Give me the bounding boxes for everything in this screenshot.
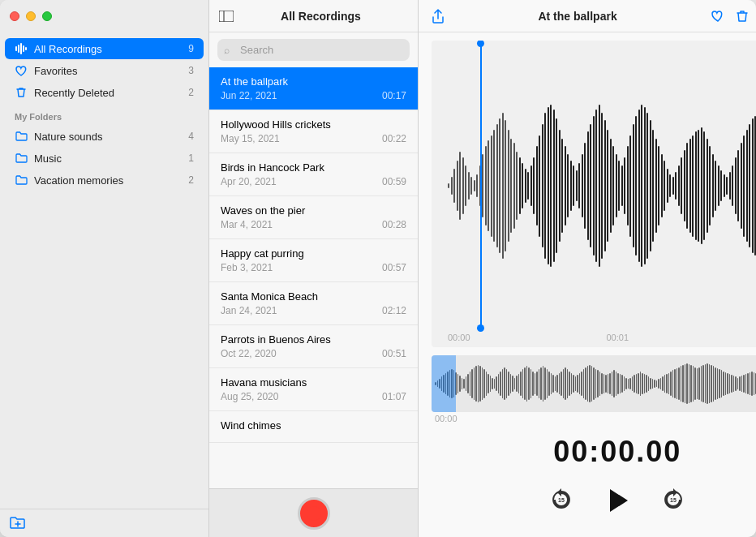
share-button[interactable] [432,9,445,24]
middle-panel-title: All Recordings [234,10,408,23]
mini-waveform-bar [715,367,716,400]
waveform-bar [686,143,688,229]
mini-waveform-bar [697,368,698,399]
maximize-button[interactable] [42,11,52,21]
sidebar-nav: All Recordings 9 Favorites 3 Rec [0,32,208,509]
record-button[interactable] [298,497,330,530]
sidebar-item-nature-sounds[interactable]: Nature sounds 4 [5,126,204,147]
mini-waveform-bar [539,369,540,399]
close-button[interactable] [10,11,19,21]
sidebar-item-all-recordings[interactable]: All Recordings 9 [5,38,204,59]
mini-waveform-bar [660,378,662,389]
skip-forward-button[interactable]: 15 [659,486,688,515]
waveform-bar [570,161,572,210]
recordings-list-panel: All Recordings ⌕ At the ballpark Jun 22,… [209,0,419,537]
waveform-bar [684,150,685,222]
mini-waveform-bar [486,372,488,397]
waveform-bar [533,157,535,213]
sidebar-item-all-recordings-count: 9 [188,43,194,54]
play-button[interactable] [600,483,634,518]
waveform-bar [612,146,614,225]
waveform-bar [664,161,665,210]
recording-item-waves-on-the-pier[interactable]: Waves on the pier Mar 4, 2021 00:28 [209,196,418,239]
recording-item-birds-in-hancock-park[interactable]: Birds in Hancock Park Apr 20, 2021 00:59 [209,153,418,196]
main-waveform[interactable]: 00:00 00:01 00:02 [432,41,756,347]
waveform-bar [527,172,529,199]
recording-duration: 00:22 [382,133,406,144]
waveform-bar [701,127,702,244]
sidebar-item-recently-deleted[interactable]: Recently Deleted 2 [5,82,204,103]
waveform-bar [650,120,651,251]
minimize-button[interactable] [26,11,36,21]
mini-waveform-bar [725,372,727,396]
skip-back-button[interactable]: 15 [547,486,576,515]
recording-item-santa-monica-beach[interactable]: Santa Monica Beach Jan 24, 2021 02:12 [209,282,418,325]
waveform-bar [470,177,472,195]
waveform-bar [548,107,549,264]
mini-waveform-bar [581,372,582,397]
mini-waveform-bar [479,366,481,401]
waveform-bar [525,169,526,203]
new-folder-button[interactable] [10,516,26,531]
waveform-bar [667,169,668,203]
mini-waveform-bar [474,367,475,400]
mini-waveform-bar [739,376,741,390]
waveform-bar [536,146,538,225]
recording-date: Feb 3, 2021 [221,262,273,273]
mini-waveform[interactable] [432,355,756,412]
mini-waveform-bar [727,373,728,395]
recording-item-parrots-in-buenos-aires[interactable]: Parrots in Buenos Aires Oct 22, 2020 00:… [209,325,418,368]
mini-waveform-bar [571,373,573,395]
search-input[interactable] [217,39,410,61]
recording-date: Mar 4, 2021 [221,219,273,230]
recording-item-at-the-ballpark[interactable]: At the ballpark Jun 22, 2021 00:17 [209,67,418,110]
time-display: 00:00.00 [432,432,756,475]
sidebar-item-music[interactable]: Music 1 [5,148,204,169]
svg-rect-0 [15,46,17,51]
favorite-button[interactable] [711,10,725,23]
waveform-bar [641,105,642,267]
waveform-bar [593,116,595,256]
mini-waveform-bar [500,372,501,397]
waveform-canvas [432,41,756,331]
waveform-bar [485,146,487,225]
waveform-bar [720,170,722,202]
mini-waveform-bar [664,375,666,392]
mini-waveform-bar [585,367,586,400]
folder-icon-music [15,152,28,165]
sidebar-toggle-button[interactable] [219,11,234,22]
heart-icon [15,64,28,77]
waveform-bar [457,161,458,210]
waveform-bar [672,177,674,195]
waveform-bar [573,165,574,206]
mini-waveform-bar [693,366,694,401]
recording-item-havana-musicians[interactable]: Havana musicians Aug 25, 2020 01:07 [209,368,418,411]
mini-waveform-bar [577,375,578,392]
mini-waveform-bar [547,369,548,399]
mini-waveform-bar [686,363,688,404]
sidebar-item-nature-sounds-count: 4 [188,131,194,142]
mini-waveform-bar [595,369,597,399]
mini-waveform-bar [591,366,593,401]
recording-item-hollywood-hills-crickets[interactable]: Hollywood Hills crickets May 15, 2021 00… [209,110,418,153]
mini-waveform-bar [514,378,516,389]
mini-waveform-bar [498,374,500,393]
mini-waveform-bar [743,375,745,392]
sidebar-item-favorites[interactable]: Favorites 3 [5,60,204,81]
waveform-bar [496,124,498,248]
waveform-bar [582,154,583,217]
sidebar-footer [0,509,208,537]
delete-button[interactable] [737,10,748,23]
waveform-bar [493,130,495,243]
mini-waveform-bar [650,378,651,389]
sidebar-item-vacation-memories[interactable]: Vacation memories 2 [5,170,204,191]
recording-item-happy-cat-purring[interactable]: Happy cat purring Feb 3, 2021 00:57 [209,239,418,282]
recording-name: Waves on the pier [221,204,406,217]
mini-waveform-bar [552,375,554,392]
mini-waveform-bar [694,367,696,400]
mini-waveform-bar [556,375,558,392]
mini-waveform-bar [707,363,708,404]
recording-item-wind-chimes[interactable]: Wind chimes [209,411,418,443]
detail-header: At the ballpark [419,0,756,32]
middle-panel-header: All Recordings [209,0,418,32]
